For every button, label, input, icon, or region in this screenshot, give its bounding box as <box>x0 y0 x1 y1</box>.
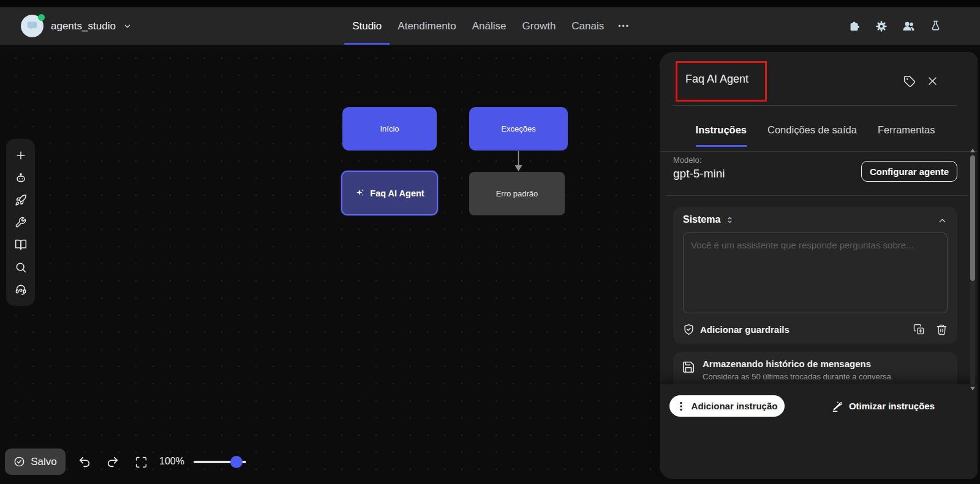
top-bar: agents_studio Studio Atendimento Análise… <box>0 7 980 45</box>
header-divider <box>673 105 957 106</box>
zoom-slider-thumb[interactable] <box>230 456 243 468</box>
redo-button[interactable] <box>103 452 123 472</box>
configure-agent-button[interactable]: Configurar agente <box>861 161 957 182</box>
save-status-badge: Salvo <box>5 449 66 475</box>
optimize-instructions-button[interactable]: Otimizar instruções <box>832 395 935 417</box>
rocket-icon[interactable] <box>15 194 27 206</box>
add-guardrails-label: Adicionar guardrails <box>700 324 790 335</box>
users-icon[interactable] <box>902 19 916 33</box>
undo-button[interactable] <box>75 452 94 472</box>
nav-more-button[interactable]: ••• <box>612 7 636 45</box>
plus-icon[interactable] <box>15 149 27 162</box>
tab-instrucoes[interactable]: Instruções <box>696 113 747 147</box>
canvas-toolbar <box>6 139 35 306</box>
search-icon[interactable] <box>15 261 27 274</box>
top-icon-group <box>848 7 942 45</box>
save-disk-icon <box>682 360 695 374</box>
workspace-avatar <box>21 15 43 37</box>
gear-icon[interactable] <box>875 20 888 33</box>
zoom-level: 100% <box>159 456 184 467</box>
node-inicio[interactable]: Início <box>342 107 437 151</box>
main-nav: Studio Atendimento Análise Growth Canais… <box>344 7 636 45</box>
history-card-title: Armazenando histórico de mensagens <box>703 359 871 369</box>
tab-ferramentas[interactable]: Ferramentas <box>878 113 935 147</box>
node-faq-ai-agent[interactable]: Faq AI Agent <box>341 171 438 215</box>
add-guardrails-button[interactable]: Adicionar guardrails <box>683 324 790 335</box>
node-faq-label: Faq AI Agent <box>370 188 424 198</box>
chevron-down-icon <box>123 22 132 31</box>
tab-condicoes-de-saida[interactable]: Condições de saída <box>767 113 857 147</box>
zoom-slider[interactable] <box>194 461 246 463</box>
tabs-divider <box>660 151 978 152</box>
workspace-switcher[interactable]: agents_studio <box>21 7 132 45</box>
model-value: gpt-5-mini <box>673 167 725 181</box>
node-excecoes[interactable]: Exceções <box>469 107 568 151</box>
robot-icon[interactable] <box>15 172 27 184</box>
scrollbar-track[interactable] <box>970 154 975 385</box>
add-instruction-button[interactable]: Adicionar instrução <box>669 395 785 417</box>
model-divider <box>666 195 969 196</box>
chevrons-up-down-icon[interactable] <box>725 215 734 225</box>
system-card-title: Sistema <box>683 214 720 225</box>
shield-check-icon <box>683 324 695 335</box>
puzzle-icon[interactable] <box>848 20 861 33</box>
agent-config-panel: Faq AI Agent Instruções Condições de saí… <box>660 52 978 479</box>
app-window: agents_studio Studio Atendimento Análise… <box>0 0 980 484</box>
tag-icon[interactable] <box>903 75 916 87</box>
edge-arrow <box>513 151 524 172</box>
nav-tab-growth[interactable]: Growth <box>514 7 564 45</box>
node-erro-padrao[interactable]: Erro padrão <box>469 172 565 215</box>
history-card-subtitle: Considera as 50 últimas trocadas durante… <box>703 372 893 381</box>
panel-footer: Adicionar instrução Otimizar instruções <box>660 384 978 479</box>
nav-tab-canais[interactable]: Canais <box>564 7 612 45</box>
pencil-sparkle-icon <box>832 400 843 412</box>
save-status-label: Salvo <box>31 456 57 468</box>
trash-icon[interactable] <box>936 324 948 335</box>
model-label: Modelo: <box>673 155 701 165</box>
duplicate-icon[interactable] <box>913 324 925 335</box>
dots-vertical-icon <box>677 401 685 411</box>
chat-bubble-icon <box>26 20 39 32</box>
workspace-name: agents_studio <box>51 20 116 32</box>
system-instruction-card: Sistema Adicionar guardrails <box>673 207 957 344</box>
panel-title: Faq AI Agent <box>685 73 748 86</box>
system-prompt-input[interactable] <box>683 233 948 313</box>
panel-scrollbar[interactable] <box>970 149 976 390</box>
scroll-down-arrow[interactable] <box>970 387 975 390</box>
close-icon[interactable] <box>927 75 938 87</box>
optimize-instructions-label: Otimizar instruções <box>849 401 935 411</box>
nav-tab-atendimento[interactable]: Atendimento <box>390 7 464 45</box>
check-circle-icon <box>13 456 25 467</box>
chevron-up-icon[interactable] <box>937 215 948 226</box>
online-status-dot <box>38 14 45 21</box>
wrench-icon[interactable] <box>15 217 26 228</box>
nav-tab-analise[interactable]: Análise <box>464 7 514 45</box>
fit-view-button[interactable] <box>131 452 151 472</box>
scroll-up-arrow[interactable] <box>970 149 975 152</box>
headset-icon[interactable] <box>15 283 27 296</box>
book-open-icon[interactable] <box>15 239 27 251</box>
add-instruction-label: Adicionar instrução <box>692 401 778 411</box>
scrollbar-thumb[interactable] <box>970 155 975 281</box>
nav-tab-studio[interactable]: Studio <box>344 7 390 45</box>
panel-tabs: Instruções Condições de saída Ferramenta… <box>673 113 957 147</box>
sparkles-icon <box>355 188 365 198</box>
flask-icon[interactable] <box>929 20 942 32</box>
